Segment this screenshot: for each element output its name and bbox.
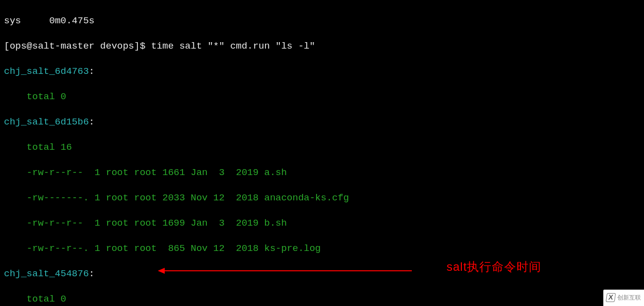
annotation-label: salt执行命令时间 (447, 260, 541, 273)
command-line: [ops@salt-master devops]$ time salt "*" … (4, 40, 640, 53)
host-block-0: chj_salt_6d4763: (4, 65, 640, 78)
watermark-logo-icon: X (606, 293, 616, 302)
terminal-output[interactable]: sys 0m0.475s [ops@salt-master devops]$ t… (0, 0, 644, 306)
annotation-arrow (159, 270, 412, 271)
watermark-text: 创新互联 (617, 292, 641, 305)
file-line: -rw-------. 1 root root 2033 Nov 12 2018… (4, 192, 640, 205)
total-line: total 16 (4, 141, 640, 154)
file-line: -rw-r--r-- 1 root root 1699 Jan 3 2019 b… (4, 217, 640, 230)
file-line: -rw-r--r--. 1 root root 865 Nov 12 2018 … (4, 243, 640, 255)
shell-prompt: [ops@salt-master devops]$ (4, 41, 151, 52)
host-name: chj_salt_6d15b6 (4, 117, 89, 127)
total-line: total 0 (4, 293, 640, 306)
command-text: time salt "*" cmd.run "ls -l" (151, 41, 315, 52)
host-block-1: chj_salt_6d15b6: (4, 116, 640, 129)
host-name: chj_salt_454876 (4, 268, 89, 279)
time-sys-line: sys 0m0.475s (4, 15, 640, 28)
host-name: chj_salt_6d4763 (4, 66, 89, 77)
file-line: -rw-r--r-- 1 root root 1661 Jan 3 2019 a… (4, 167, 640, 180)
watermark: X 创新互联 (603, 290, 644, 306)
total-line: total 0 (4, 91, 640, 104)
host-block-2: chj_salt_454876: (4, 268, 640, 281)
